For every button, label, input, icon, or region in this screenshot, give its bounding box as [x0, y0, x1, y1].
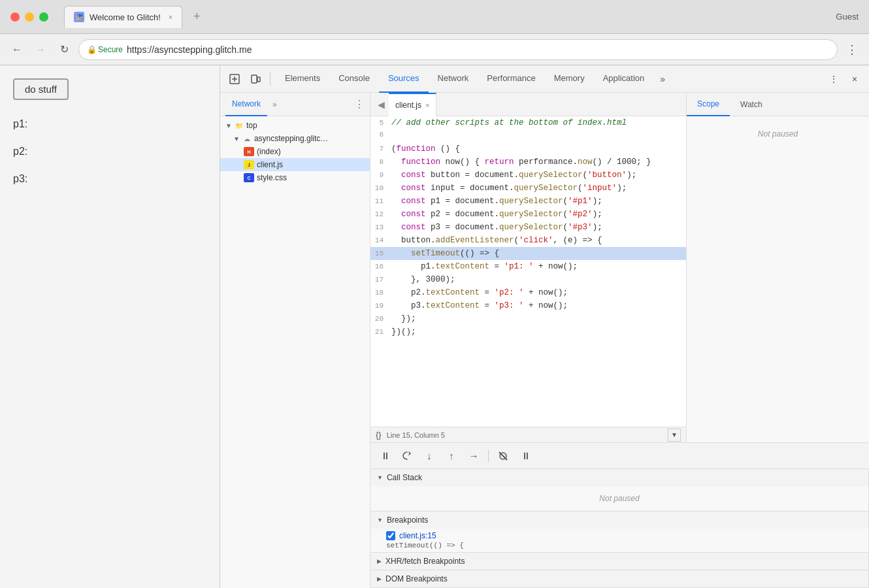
minimize-traffic-light[interactable] — [25, 12, 34, 22]
folder-icon: 📁 — [235, 121, 244, 130]
forward-button[interactable]: → — [31, 41, 50, 59]
close-traffic-light[interactable] — [10, 12, 20, 22]
line-number: 7 — [370, 144, 391, 155]
devtools-more-tabs-btn[interactable]: » — [656, 65, 669, 93]
devtools-settings-btn[interactable]: ⋮ — [825, 70, 843, 88]
xhr-label: XHR/fetch Breakpoints — [385, 557, 465, 566]
code-content[interactable]: 5// add other scripts at the bottom of i… — [370, 116, 686, 427]
code-line-15[interactable]: 15 setTimeout(() => { — [370, 247, 686, 260]
code-line-18[interactable]: 18 p2.textContent = 'p2: ' + now(); — [370, 286, 686, 299]
breakpoints-header[interactable]: ▼ Breakpoints — [370, 512, 868, 529]
editor-file-tab-clientjs[interactable]: client.js × — [389, 93, 436, 116]
tab-memory[interactable]: Memory — [545, 65, 594, 93]
line-number: 18 — [370, 287, 391, 299]
tab-empty-area — [211, 8, 242, 26]
call-stack-label: Call Stack — [387, 473, 422, 482]
line-content: function now() { return performance.now(… — [391, 155, 686, 169]
device-toggle-btn[interactable] — [246, 70, 265, 88]
dom-header[interactable]: ▶ DOM Breakpoints — [370, 570, 868, 587]
call-stack-header[interactable]: ▼ Call Stack — [370, 469, 868, 486]
reload-button[interactable]: ↻ — [55, 41, 73, 59]
browser-menu-button[interactable]: ⋮ — [843, 41, 861, 59]
maximize-traffic-light[interactable] — [39, 12, 48, 22]
line-content: p3.textContent = 'p3: ' + now(); — [391, 299, 686, 312]
code-line-8[interactable]: 8 function now() { return performance.no… — [370, 155, 686, 169]
debug-pause-btn[interactable]: ⏸ — [376, 447, 394, 465]
line-number: 13 — [370, 222, 391, 234]
line-number: 16 — [370, 261, 391, 273]
xhr-arrow: ▶ — [377, 558, 382, 564]
devtools-close-btn[interactable]: × — [845, 70, 864, 88]
element-picker-btn[interactable] — [225, 70, 244, 88]
file-tree-index[interactable]: H (index) — [220, 145, 370, 158]
code-line-20[interactable]: 20 }); — [370, 312, 686, 325]
tab-sources[interactable]: Sources — [379, 65, 429, 93]
file-tree-clientjs[interactable]: J client.js — [220, 158, 370, 171]
breakpoint-checkbox[interactable] — [386, 531, 395, 540]
url-bar[interactable]: 🔒 Secure https://asyncstepping.glitch.me — [78, 39, 838, 60]
debug-step-out-btn[interactable]: ↑ — [442, 447, 461, 465]
file-tree-top[interactable]: ▼ 📁 top — [220, 119, 370, 132]
xhr-header[interactable]: ▶ XHR/fetch Breakpoints — [370, 553, 868, 570]
svg-rect-4 — [257, 77, 260, 82]
tab-network[interactable]: Network — [429, 65, 478, 93]
line-number: 6 — [370, 129, 391, 141]
statusbar-dropdown[interactable]: ▼ — [668, 429, 681, 442]
browser-tab[interactable]: 🎏 Welcome to Glitch! × — [64, 6, 182, 28]
source-tab-network[interactable]: Network — [225, 93, 267, 116]
p2-label: p2: — [13, 146, 206, 157]
file-tree-stylecss[interactable]: C style.css — [220, 171, 370, 184]
debug-step-btn[interactable]: → — [465, 447, 483, 465]
editor-back-btn[interactable]: ◀ — [373, 97, 389, 112]
svg-line-5 — [499, 452, 507, 460]
code-line-17[interactable]: 17 }, 3000); — [370, 273, 686, 286]
code-line-13[interactable]: 13 const p3 = document.querySelector('#p… — [370, 221, 686, 234]
source-toolbar-3dot[interactable]: ⋮ — [354, 98, 365, 110]
source-more-btn[interactable]: » — [272, 100, 277, 109]
back-button[interactable]: ← — [8, 41, 26, 59]
tab-application[interactable]: Application — [594, 65, 654, 93]
line-content: const button = document.querySelector('b… — [391, 169, 686, 182]
debug-step-over-btn[interactable] — [398, 447, 416, 465]
watch-tab[interactable]: Watch — [730, 93, 773, 116]
tab-close-btn[interactable]: × — [169, 13, 172, 21]
code-line-16[interactable]: 16 p1.textContent = 'p1: ' + now(); — [370, 260, 686, 273]
debug-sections: ▼ Call Stack Not paused ▼ Breakpoints — [370, 469, 869, 588]
line-content: p1.textContent = 'p1: ' + now(); — [391, 260, 686, 273]
tab-elements[interactable]: Elements — [276, 65, 329, 93]
line-number: 8 — [370, 157, 391, 169]
editor-file-tab-label: client.js — [395, 101, 421, 110]
code-line-19[interactable]: 19 p3.textContent = 'p3: ' + now(); — [370, 299, 686, 312]
dom-section: ▶ DOM Breakpoints — [370, 570, 868, 588]
main-content: do stuff p1: p2: p3: Elements Console So… — [0, 65, 869, 588]
code-line-9[interactable]: 9 const button = document.querySelector(… — [370, 169, 686, 182]
code-line-14[interactable]: 14 button.addEventListener('click', (e) … — [370, 234, 686, 247]
code-line-6[interactable]: 6 — [370, 129, 686, 142]
line-content: const p2 = document.querySelector('#p2')… — [391, 208, 686, 221]
line-number: 15 — [370, 248, 391, 260]
sources-left-toolbar: Network » ⋮ — [220, 93, 370, 116]
line-content: (function () { — [391, 142, 686, 155]
code-line-5[interactable]: 5// add other scripts at the bottom of i… — [370, 116, 686, 129]
tab-console[interactable]: Console — [329, 65, 379, 93]
debug-deactivate-btn[interactable] — [494, 447, 512, 465]
bp-code: setTimeout(() => { — [386, 542, 861, 549]
titlebar: 🎏 Welcome to Glitch! × + Guest — [0, 0, 869, 34]
debug-step-into-btn[interactable]: ↓ — [420, 447, 438, 465]
editor-file-tab-close[interactable]: × — [425, 101, 429, 109]
scope-tab[interactable]: Scope — [687, 93, 730, 116]
do-stuff-button[interactable]: do stuff — [13, 78, 69, 100]
new-tab-button[interactable]: + — [188, 8, 206, 26]
debugger-toolbar: ⏸ ↓ ↑ → ⏸ — [370, 443, 869, 469]
code-line-21[interactable]: 21})(); — [370, 325, 686, 338]
code-line-12[interactable]: 12 const p2 = document.querySelector('#p… — [370, 208, 686, 221]
debug-async-btn[interactable]: ⏸ — [516, 447, 534, 465]
line-number: 10 — [370, 183, 391, 195]
tab-favicon: 🎏 — [74, 12, 84, 22]
devtools-panel: Elements Console Sources Network Perform… — [220, 65, 869, 588]
tab-performance[interactable]: Performance — [478, 65, 544, 93]
code-line-11[interactable]: 11 const p1 = document.querySelector('#p… — [370, 195, 686, 208]
code-line-10[interactable]: 10 const input = document.querySelector(… — [370, 182, 686, 195]
file-tree-domain[interactable]: ▼ ☁ asyncstepping.glitc… — [220, 132, 370, 145]
code-line-7[interactable]: 7(function () { — [370, 142, 686, 155]
